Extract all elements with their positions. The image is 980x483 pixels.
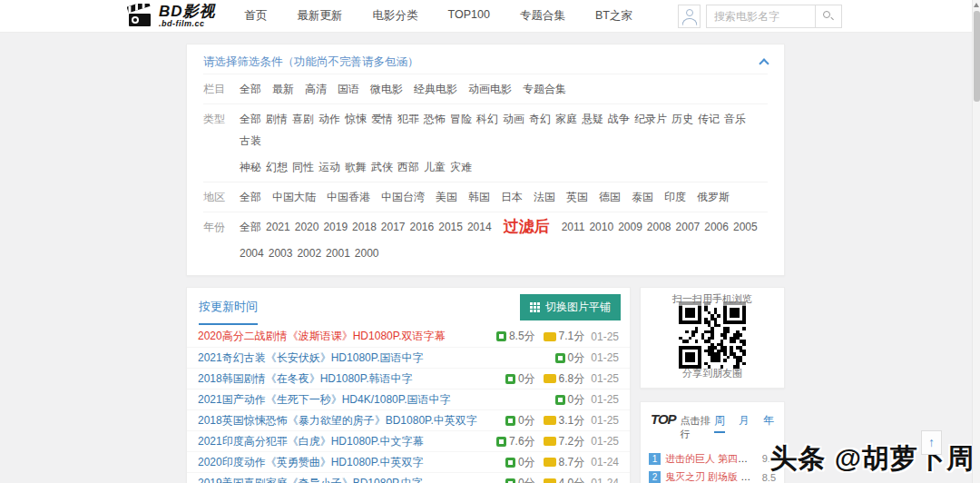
filter-option[interactable]: 2000 — [355, 245, 379, 262]
rank-tab-week[interactable]: 周 — [714, 413, 725, 433]
filter-option[interactable]: 韩国 — [468, 189, 490, 206]
filter-option[interactable]: 儿童 — [424, 159, 446, 176]
rank-tab-month[interactable]: 月 — [739, 413, 750, 433]
user-account-button[interactable] — [678, 5, 701, 28]
filter-option[interactable]: 经典电影 — [414, 81, 457, 98]
filter-option[interactable]: 2021 — [266, 219, 290, 236]
filter-option[interactable]: 惊悚 — [345, 111, 367, 128]
filter-option[interactable]: 恐怖 — [424, 111, 446, 128]
filter-option[interactable]: 2001 — [326, 245, 350, 262]
filter-option[interactable]: 全部 — [240, 219, 261, 236]
tab-by-update-time[interactable]: 按更新时间 — [199, 299, 258, 325]
movie-title-link[interactable]: 2018英国惊悚恐怖《暴力欲望的房子》BD1080P.中英双字 — [198, 413, 493, 429]
scrollbar-thumb[interactable] — [974, 11, 980, 102]
filter-option[interactable]: 歌舞 — [345, 159, 367, 176]
filter-option[interactable]: 2017 — [381, 219, 406, 236]
nav-item-categories[interactable]: 电影分类 — [373, 8, 418, 24]
filter-option[interactable]: 奇幻 — [529, 111, 551, 128]
filter-option[interactable]: 2018 — [352, 219, 377, 236]
movie-title-link[interactable]: 2020印度动作《英勇赞曲》HD1080P.中英双字 — [198, 455, 493, 470]
nav-item-bt-home[interactable]: BT之家 — [595, 8, 632, 24]
chevron-up-icon[interactable] — [759, 58, 769, 68]
filter-option[interactable]: 最新 — [272, 81, 294, 98]
filter-option[interactable]: 全部 — [240, 189, 261, 206]
filter-option[interactable]: 2002 — [297, 245, 321, 262]
filter-option[interactable]: 历史 — [671, 111, 693, 128]
filter-option[interactable]: 微电影 — [370, 81, 403, 98]
filter-option[interactable]: 高清 — [305, 81, 327, 98]
filter-option[interactable]: 德国 — [599, 189, 621, 206]
filter-option[interactable]: 2014 — [467, 219, 492, 236]
filter-option[interactable]: 俄罗斯 — [697, 189, 730, 206]
filter-option[interactable]: 2003 — [269, 245, 293, 262]
filter-option[interactable]: 2006 — [704, 219, 729, 236]
nav-item-top100[interactable]: TOP100 — [448, 8, 490, 24]
nav-item-collections[interactable]: 专题合集 — [520, 8, 565, 24]
filter-option[interactable]: 悬疑 — [582, 111, 603, 128]
site-logo[interactable]: BD影视 .bd-film.cc — [127, 4, 216, 29]
filter-option[interactable]: 2015 — [438, 219, 463, 236]
rank-title-link[interactable]: 进击的巨人 第四季2020高分... — [665, 452, 756, 466]
filter-option[interactable]: 动作 — [318, 111, 340, 128]
filter-option[interactable]: 2016 — [410, 219, 435, 236]
filter-option[interactable]: 西部 — [397, 159, 419, 176]
filter-option[interactable]: 2005 — [733, 219, 758, 236]
filter-option[interactable]: 战争 — [608, 111, 630, 128]
filter-option[interactable]: 2004 — [240, 245, 264, 262]
toggle-tile-view-button[interactable]: 切换图片平铺 — [520, 294, 621, 320]
filter-option[interactable]: 中国香港 — [327, 189, 370, 206]
movie-title-link[interactable]: 2021印度高分犯罪《白虎》HD1080P.中文字幕 — [198, 434, 484, 449]
filter-option[interactable]: 冒险 — [450, 111, 472, 128]
filter-option[interactable]: 法国 — [534, 189, 555, 206]
filter-option[interactable]: 印度 — [664, 189, 686, 206]
scrollbar[interactable] — [972, 0, 980, 483]
filter-option[interactable]: 家庭 — [555, 111, 577, 128]
filter-option[interactable]: 运动 — [318, 159, 340, 176]
filter-option[interactable]: 美国 — [436, 189, 457, 206]
filter-option[interactable]: 音乐 — [724, 111, 746, 128]
movie-title-link[interactable]: 2021国产动作《生死下一秒》HD4K/1080P.国语中字 — [198, 392, 543, 408]
filter-option[interactable]: 灾难 — [450, 159, 472, 176]
filter-option[interactable]: 纪录片 — [634, 111, 667, 128]
filter-option[interactable]: 动画 — [503, 111, 524, 128]
filter-option[interactable]: 国语 — [338, 81, 359, 98]
filter-option[interactable]: 剧情 — [266, 111, 288, 128]
rank-title-link[interactable]: 鬼灭之刃 剧场版 无限列车篇... — [665, 470, 756, 483]
filter-option[interactable]: 2008 — [647, 219, 671, 236]
filter-option[interactable]: 犯罪 — [397, 111, 419, 128]
search-input[interactable] — [706, 5, 815, 28]
filter-option[interactable]: 同性 — [292, 159, 314, 176]
filter-option[interactable]: 科幻 — [476, 111, 498, 128]
filter-option[interactable]: 幻想 — [266, 159, 288, 176]
scrollbar-up-arrow-icon[interactable] — [974, 3, 979, 7]
nav-item-home[interactable]: 首页 — [245, 8, 268, 24]
back-to-top-button[interactable]: ↑ — [921, 430, 942, 455]
filter-option[interactable]: 动画电影 — [468, 81, 512, 98]
filter-option[interactable]: 2019 — [323, 219, 348, 236]
rank-tab-year[interactable]: 年 — [763, 413, 774, 433]
movie-title-link[interactable]: 2021奇幻古装《长安伏妖》HD1080P.国语中字 — [198, 350, 543, 366]
filter-option[interactable]: 日本 — [501, 189, 523, 206]
filter-option[interactable]: 古装 — [240, 133, 261, 150]
filter-option[interactable]: 中国台湾 — [381, 189, 425, 206]
filter-option[interactable]: 爱情 — [371, 111, 393, 128]
filter-option[interactable]: 喜剧 — [292, 111, 314, 128]
filter-option[interactable]: 英国 — [566, 189, 588, 206]
filter-option[interactable]: 神秘 — [240, 159, 261, 176]
movie-title-link[interactable]: 2020高分二战剧情《波斯语课》HD1080P.双语字幕 — [198, 329, 484, 344]
filter-option[interactable]: 中国大陆 — [272, 189, 316, 206]
movie-title-link[interactable]: 2019美国喜剧家庭《奇异小子》BD1080P.中字 — [198, 476, 493, 483]
filter-option[interactable]: 2011 — [562, 219, 585, 236]
filter-option[interactable]: 武侠 — [371, 159, 393, 176]
filter-option[interactable]: 专题合集 — [523, 81, 566, 98]
filter-option[interactable]: 2010 — [589, 219, 613, 236]
filter-option[interactable]: 2020 — [295, 219, 319, 236]
filter-option[interactable]: 全部 — [240, 81, 261, 98]
filter-option[interactable]: 2009 — [618, 219, 642, 236]
filter-option[interactable]: 传记 — [698, 111, 720, 128]
filter-option[interactable]: 2007 — [676, 219, 701, 236]
movie-title-link[interactable]: 2018韩国剧情《在冬夜》HD1080P.韩语中字 — [198, 371, 493, 387]
search-button[interactable] — [815, 5, 842, 28]
filter-option[interactable]: 泰国 — [632, 189, 653, 206]
nav-item-latest[interactable]: 最新更新 — [298, 8, 343, 24]
